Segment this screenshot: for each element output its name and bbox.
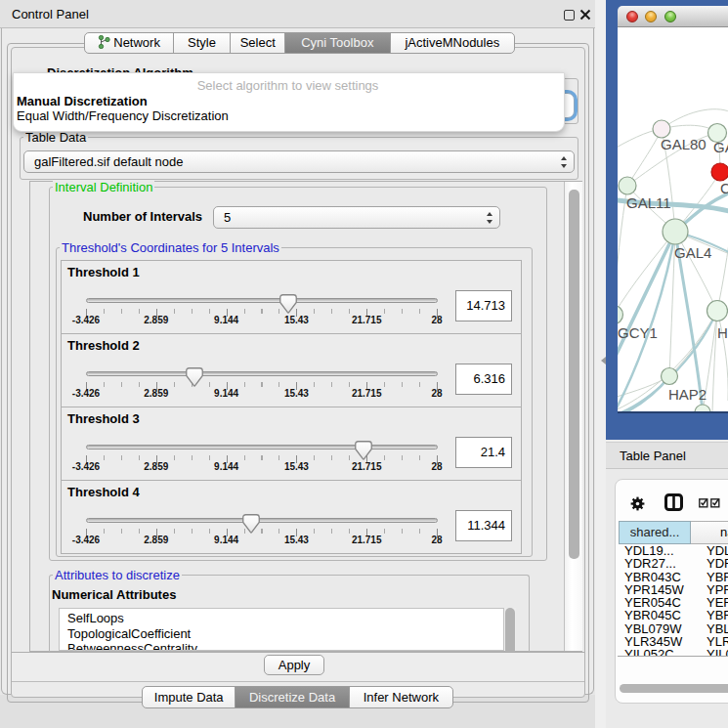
svg-text:H: H (717, 324, 728, 341)
svg-text:GCY1: GCY1 (618, 324, 658, 341)
svg-text:GAL11: GAL11 (626, 194, 671, 211)
svg-text:HAP2: HAP2 (668, 386, 707, 403)
svg-text:GA: GA (713, 139, 728, 155)
svg-text:GAL80: GAL80 (661, 136, 707, 152)
svg-text:C: C (720, 180, 728, 196)
svg-text:GAL4: GAL4 (674, 244, 711, 261)
